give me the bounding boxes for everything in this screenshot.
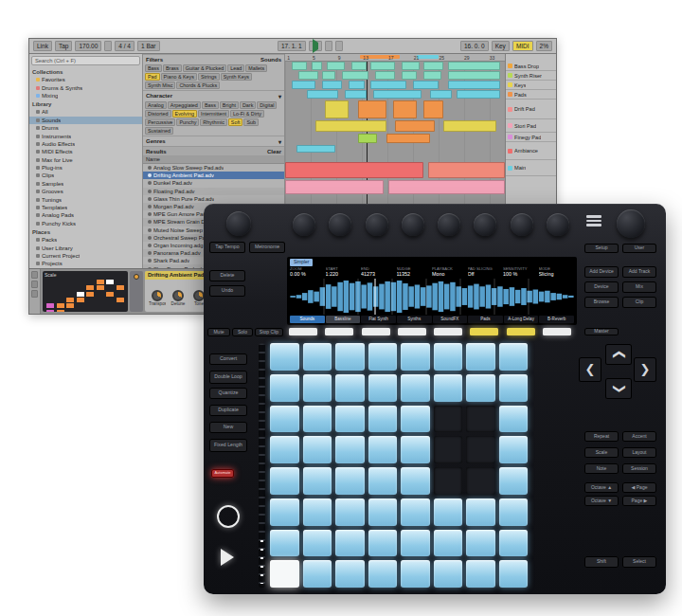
note-cell[interactable] (77, 292, 84, 297)
clip-block[interactable] (423, 62, 443, 70)
filter-chip-lead[interactable]: Lead (227, 64, 244, 72)
pad-r4c2[interactable] (303, 436, 332, 463)
note-cell[interactable] (46, 303, 54, 308)
clip-block[interactable] (325, 100, 350, 118)
pad-r7c1[interactable] (270, 530, 299, 557)
clip-block[interactable] (402, 62, 420, 70)
sidebar-item-punchy-kicks[interactable]: Punchy Kicks (29, 220, 142, 227)
filter-chip-bass[interactable]: Bass (145, 64, 162, 72)
duplicate-button[interactable]: Duplicate (209, 405, 247, 416)
arrow-right-button[interactable]: ❯ (634, 357, 656, 382)
result-item-drifting-ambient-pad-adv[interactable]: Drifting Ambient Pad.adv (143, 172, 284, 179)
pad-r7c7[interactable] (466, 530, 495, 557)
clear-filters-button[interactable]: Clear (267, 149, 281, 154)
record-button[interactable] (335, 41, 343, 51)
clip-block[interactable] (457, 90, 500, 99)
clip-block[interactable] (375, 71, 395, 80)
master-encoder[interactable] (617, 209, 645, 238)
note-cell[interactable] (106, 280, 114, 284)
filter-chip-synth-misc[interactable]: Synth Misc (145, 82, 175, 89)
pad-r4c7[interactable] (466, 436, 495, 463)
sidebar-item-plug-ins[interactable]: Plug-ins (29, 164, 142, 172)
track-header-ambiance[interactable]: Ambiance (506, 142, 556, 160)
filter-chip-guitar-plucked[interactable]: Guitar & Plucked (183, 64, 226, 72)
device-view-tab[interactable] (31, 281, 38, 288)
pad-r8c1[interactable] (270, 560, 299, 588)
time-signature-field[interactable]: 4 / 4 (115, 41, 135, 51)
delete-button[interactable]: Delete (209, 270, 245, 281)
pad-r8c5[interactable] (401, 560, 430, 588)
fixed-length-button[interactable]: Fixed Length (209, 439, 247, 452)
sidebar-item-tunings[interactable]: Tunings (29, 195, 142, 203)
browse-button[interactable]: Browse (584, 297, 619, 308)
pad-r3c8[interactable] (499, 406, 529, 433)
filter-chip-chords-plucks[interactable]: Chords & Plucks (176, 82, 220, 89)
shift-button[interactable]: Shift (584, 556, 619, 568)
metronome-button[interactable]: Metronome (249, 242, 285, 253)
filter-chip-pad[interactable]: Pad (145, 73, 160, 81)
octave-down-button[interactable]: Octave ▼ (584, 496, 619, 506)
automation-tab[interactable] (31, 290, 38, 298)
master-button[interactable]: Master (584, 328, 619, 335)
encoder-4[interactable] (402, 213, 424, 236)
clip-block[interactable] (307, 90, 337, 99)
result-item-dunkel-pad-adv[interactable]: Dunkel Pad.adv (143, 179, 284, 187)
display-button-7[interactable] (507, 328, 535, 335)
pad-r7c6[interactable] (434, 530, 463, 557)
filter-chip-percussive[interactable]: Percussive (145, 118, 175, 126)
pad-r4c8[interactable] (499, 436, 529, 463)
clip-block[interactable] (322, 81, 342, 89)
loop-length-field[interactable]: 16. 0. 0 (460, 41, 489, 51)
setup-button[interactable]: Setup (584, 244, 619, 253)
touch-strip[interactable] (259, 343, 265, 588)
pad-r6c8[interactable] (499, 498, 529, 526)
user-button[interactable]: User (622, 244, 656, 253)
clip-block[interactable] (312, 62, 323, 70)
sidebar-item-analog-pads[interactable]: Analog Pads (29, 211, 142, 219)
arrow-up-button[interactable]: ❮ (605, 344, 632, 365)
stop-clip-button[interactable]: Stop Clip (255, 328, 283, 336)
sidebar-item-samples[interactable]: Samples (29, 180, 142, 188)
clip-block[interactable] (413, 81, 440, 89)
select-button[interactable]: Select (622, 556, 656, 568)
pad-r3c7[interactable] (466, 406, 495, 433)
sidebar-item-max-for-live[interactable]: Max for Live (29, 156, 142, 164)
pad-r1c4[interactable] (368, 343, 398, 371)
clip-block[interactable] (322, 71, 335, 80)
pad-r1c2[interactable] (303, 343, 332, 371)
record-button[interactable] (217, 505, 240, 528)
pad-r6c5[interactable] (401, 498, 430, 526)
note-cell[interactable] (117, 285, 124, 290)
display-button-5[interactable] (434, 328, 462, 335)
pad-r7c5[interactable] (401, 530, 430, 557)
midi-map-toggle[interactable]: MIDI (512, 41, 533, 51)
pad-r8c7[interactable] (466, 560, 495, 588)
pad-r1c1[interactable] (270, 343, 299, 371)
tap-tempo-button[interactable]: Tap Tempo (209, 242, 245, 253)
chevron-down-icon[interactable]: ▾ (278, 138, 281, 145)
automate-button[interactable]: Automate (211, 469, 234, 478)
filter-chip-strings[interactable]: Strings (198, 73, 220, 81)
clip-block[interactable] (327, 62, 345, 70)
encoder-1[interactable] (293, 213, 315, 236)
clip-block[interactable] (345, 90, 367, 99)
session-button[interactable]: Session (622, 463, 656, 474)
pad-r2c6[interactable] (434, 374, 463, 402)
encoder-7[interactable] (511, 213, 533, 236)
sidebar-item-templates[interactable]: Templates (29, 204, 142, 211)
pad-r7c3[interactable] (335, 530, 365, 557)
scale-button[interactable]: Scale (584, 447, 619, 458)
clip-block[interactable] (342, 71, 368, 80)
sidebar-item-current-project[interactable]: Current Project (29, 252, 142, 260)
filter-chip-sub[interactable]: Sub (243, 118, 259, 126)
pad-r6c4[interactable] (368, 498, 398, 526)
clip-block[interactable] (373, 90, 422, 99)
device-button[interactable]: Device (584, 281, 619, 293)
pad-r5c3[interactable] (335, 467, 365, 495)
clip-block[interactable] (315, 120, 386, 132)
filter-chip-punchy[interactable]: Punchy (176, 118, 199, 126)
pad-r3c5[interactable] (401, 406, 430, 433)
sidebar-item-instruments[interactable]: Instruments (29, 132, 142, 139)
clip-block[interactable] (430, 90, 452, 99)
pad-r8c6[interactable] (434, 560, 463, 588)
